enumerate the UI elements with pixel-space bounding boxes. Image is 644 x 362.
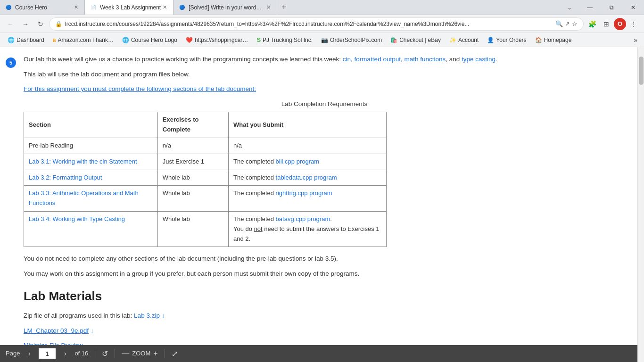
notification-badge: 5: [6, 58, 16, 68]
share-icon[interactable]: ↗: [565, 20, 570, 27]
submit-31: The completed bill.cpp program: [229, 154, 387, 170]
bookmark-your-orders[interactable]: 👤 Your Orders: [483, 36, 530, 44]
lab32-link[interactable]: Lab 3.2: Formatting Output: [29, 174, 102, 181]
pdf-download-icon: ↓: [91, 327, 94, 334]
tabledata-cpp-link[interactable]: tabledata.cpp program: [276, 174, 337, 181]
bookmark-icon-5: S: [256, 36, 261, 43]
table-row: Lab 3.1: Working with the cin Statement …: [24, 154, 387, 170]
pdf-rotate-button[interactable]: ↺: [102, 349, 108, 358]
bookmark-ebay[interactable]: 🛍️ Checkout | eBay: [387, 36, 445, 44]
tab-close-3[interactable]: ✕: [264, 4, 272, 11]
restore-button[interactable]: ⧉: [601, 0, 622, 15]
tab-title-3: [Solved] Write in your words ess…: [189, 4, 264, 11]
assignment-sections-link[interactable]: For this assignment you must complete th…: [24, 85, 256, 92]
bookmark-course-hero[interactable]: 🌐 Course Hero Logo: [118, 36, 181, 44]
bookmark-homepage[interactable]: 🏠 Homepage: [531, 36, 576, 44]
bookmarks-more-button[interactable]: »: [631, 35, 640, 45]
search-icon[interactable]: 🔍: [555, 20, 563, 27]
address-bar[interactable]: 🔒 lrccd.instructure.com/courses/192284/a…: [49, 17, 584, 31]
tab-week3-lab[interactable]: 📄 Week 3 Lab Assignment ✕: [85, 0, 173, 15]
tab-favicon-1: 🔵: [5, 4, 12, 11]
bookmark-icon-8: ✨: [449, 37, 456, 43]
pdf-expand-button[interactable]: ⤢: [172, 349, 178, 358]
bookmark-label-8: Account: [458, 37, 479, 43]
tab-course-hero[interactable]: 🔵 Course Hero ✕: [0, 0, 85, 15]
table-row: Lab 3.2: Formatting Output Whole lab The…: [24, 170, 387, 186]
table-row: Lab 3.3: Arithmetic Operations and Math …: [24, 186, 387, 212]
lab33-link[interactable]: Lab 3.3: Arithmetic Operations and Math …: [29, 189, 139, 206]
pdf-separator-1: [95, 349, 95, 358]
section-prelab: Pre-lab Reading: [24, 138, 158, 154]
pdf-next-button[interactable]: ›: [59, 348, 71, 359]
exercises-33: Whole lab: [157, 186, 228, 212]
not-text: not: [254, 225, 263, 232]
exercises-prelab: n/a: [157, 138, 228, 154]
bookmark-pj-trucking[interactable]: S PJ Trucking Sol Inc.: [253, 35, 316, 44]
scroll-thumb[interactable]: [639, 57, 644, 85]
bookmark-icon-9: 👤: [487, 37, 494, 43]
bookmark-amazon[interactable]: a Amazon.com Thank…: [49, 36, 117, 44]
pdf-zoom-area: — ZOOM +: [122, 349, 157, 359]
zip-download-icon: ↓: [162, 312, 165, 319]
lab-zip-link[interactable]: Lab 3.zip: [134, 312, 160, 319]
submit-32: The completed tabledata.cpp program: [229, 170, 387, 186]
forward-button[interactable]: →: [19, 17, 32, 31]
bookmark-icon-1: 🌐: [8, 37, 15, 43]
minimize-button[interactable]: —: [579, 0, 601, 15]
pdf-zoom-out-button[interactable]: —: [122, 349, 129, 358]
submit-34: The completed batavg.cpp program. You do…: [229, 211, 387, 247]
profile-avatar[interactable]: O: [614, 18, 626, 30]
section-34: Lab 3.4: Working with Type Casting: [24, 211, 158, 247]
righttrig-cpp-link[interactable]: righttrig.cpp program: [276, 189, 332, 197]
tab-solved[interactable]: 🔵 [Solved] Write in your words ess… ✕: [173, 0, 277, 15]
tab-close-1[interactable]: ✕: [72, 4, 80, 11]
section-32: Lab 3.2: Formatting Output: [24, 170, 158, 186]
bookmark-label-3: Course Hero Logo: [131, 37, 177, 43]
zip-file-line: Zip file of all programs used in this la…: [24, 311, 625, 321]
table-row: Lab 3.4: Working with Type Casting Whole…: [24, 211, 387, 247]
type-casting-link[interactable]: type casting: [462, 56, 495, 63]
grid-icon[interactable]: ⊞: [600, 17, 613, 31]
bookmark-label-7: Checkout | eBay: [399, 37, 441, 43]
cin-link[interactable]: cin: [343, 56, 351, 63]
lab-doc-line: This lab will use the lab document and p…: [24, 69, 625, 80]
tab-switcher-button[interactable]: ⌄: [564, 2, 575, 13]
pdf-separator-3: [165, 349, 165, 358]
window-controls: ⌄ — ⧉ ✕: [560, 0, 644, 15]
math-functions-link[interactable]: math functions: [404, 56, 446, 63]
reload-button[interactable]: ↻: [34, 17, 47, 31]
bookmark-orderschoolpix[interactable]: 📷 OrderSchoolPix.com: [317, 36, 386, 44]
bill-cpp-link[interactable]: bill.cpp program: [276, 158, 320, 165]
no-complete-line: You do not need to complete any other se…: [24, 254, 625, 264]
title-bar: 🔵 Course Hero ✕ 📄 Week 3 Lab Assignment …: [0, 0, 644, 15]
pdf-zoom-label: ZOOM: [132, 349, 150, 359]
bookmark-dashboard[interactable]: 🌐 Dashboard: [4, 36, 48, 44]
submit-prelab: n/a: [229, 138, 387, 154]
bookmark-label-5: PJ Trucking Sol Inc.: [263, 37, 313, 43]
pdf-page-input[interactable]: [39, 348, 56, 359]
table-header-row: Section Exercises to Complete What you S…: [24, 112, 387, 138]
extensions-icon[interactable]: 🧩: [586, 17, 599, 31]
bookmark-label-10: Homepage: [544, 37, 572, 43]
bookmark-star-icon[interactable]: ☆: [572, 20, 578, 27]
pdf-zoom-in-button[interactable]: +: [153, 349, 157, 358]
table-row: Pre-lab Reading n/a n/a: [24, 138, 387, 154]
bookmark-icon-3: 🌐: [122, 37, 129, 43]
lab34-link[interactable]: Lab 3.4: Working with Type Casting: [29, 215, 125, 222]
bookmark-shopping[interactable]: ❤️ https://shoppingcar…: [182, 36, 252, 44]
main-content-area: 5 Our lab this week will give us a chanc…: [0, 47, 644, 362]
scrollbar[interactable]: [637, 47, 644, 362]
more-options-icon[interactable]: ⋮: [627, 17, 640, 31]
bookmark-account[interactable]: ✨ Account: [446, 36, 482, 44]
tab-close-2[interactable]: ✕: [161, 4, 168, 11]
exercises-31: Just Exercise 1: [157, 154, 228, 170]
batavg-cpp-link[interactable]: batavg.cpp program: [276, 215, 330, 222]
formatted-output-link[interactable]: formatted output: [355, 56, 401, 63]
pdf-file-link[interactable]: LM_Chapter 03_9e.pdf: [24, 327, 89, 334]
close-button[interactable]: ✕: [622, 0, 644, 15]
lab-materials-heading: Lab Materials: [24, 287, 625, 306]
pdf-prev-button[interactable]: ‹: [24, 348, 35, 359]
lab31-link[interactable]: Lab 3.1: Working with the cin Statement: [29, 158, 137, 165]
back-button[interactable]: ←: [4, 17, 17, 31]
new-tab-button[interactable]: +: [277, 0, 290, 15]
